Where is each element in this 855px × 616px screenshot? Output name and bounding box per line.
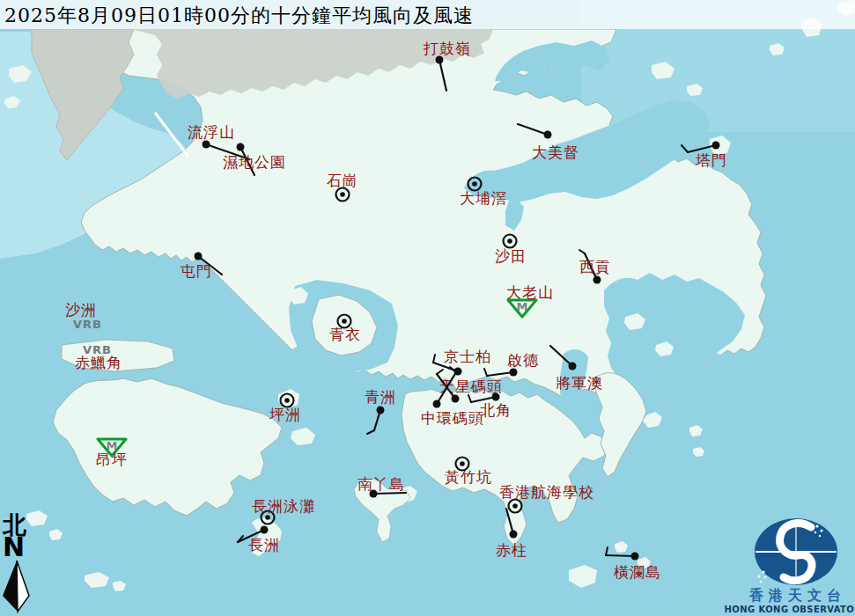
- wind-map-page: 打鼓嶺流浮山濕地公園石崗大埔滘大美督塔門沙田西貢M大老山屯門沙洲VRB赤鱲角VR…: [0, 0, 855, 616]
- station-dot: [195, 253, 203, 260]
- station-dot: [631, 553, 639, 561]
- station-dot: [544, 131, 552, 139]
- station-dot: [510, 369, 518, 377]
- vrb-indicator: VRB: [73, 318, 102, 331]
- station-label: 屯門: [181, 262, 212, 280]
- station-label: 大埔滘: [460, 189, 507, 207]
- station-label: 昂坪: [96, 451, 128, 468]
- station-label: 青衣: [329, 326, 361, 343]
- station-label: 流浮山: [188, 123, 235, 141]
- calm-dot: [342, 319, 347, 324]
- hko-logo-english: HONG KONG OBSERVATORY: [725, 605, 855, 614]
- station-dot: [261, 526, 269, 534]
- compass-north-letter: N: [3, 532, 25, 562]
- calm-dot: [507, 238, 512, 244]
- station-label: 坪洲: [269, 406, 301, 423]
- wind-barb-line: [373, 493, 406, 494]
- map-title: 2025年8月09日01時00分的十分鐘平均風向及風速: [4, 3, 474, 29]
- station-label: 赤鱲角: [75, 354, 122, 371]
- calm-dot: [512, 503, 518, 509]
- station-label: 橫瀾島: [614, 563, 661, 581]
- station-label: 沙洲: [65, 301, 97, 319]
- calm-dot: [265, 515, 270, 520]
- station-dot: [237, 143, 245, 151]
- station-dot: [712, 142, 720, 150]
- calm-dot: [472, 181, 477, 187]
- station-label: 京士柏: [444, 348, 491, 365]
- vrb-indicator: VRB: [83, 343, 112, 356]
- station-label: 長洲: [248, 536, 280, 554]
- station-label: 石崗: [327, 172, 358, 189]
- calm-dot: [284, 398, 290, 403]
- station-dot: [203, 141, 210, 149]
- station-label: 香港航海學校: [499, 483, 594, 501]
- station-label: 天星碼頭: [439, 378, 503, 395]
- station-dot: [377, 407, 385, 414]
- maintenance-m-letter: M: [517, 300, 528, 313]
- station-label: 啟德: [507, 351, 539, 369]
- station-dot: [452, 395, 460, 403]
- station-dot: [569, 363, 577, 370]
- station-label: 赤柱: [496, 541, 527, 559]
- station-label: 濕地公園: [223, 153, 286, 171]
- station-dot: [433, 400, 441, 408]
- station-label: 大美督: [532, 143, 579, 161]
- calm-dot: [460, 461, 465, 466]
- station-label: 北角: [480, 401, 512, 419]
- station-label: 沙田: [495, 247, 527, 265]
- station-m[interactable]: M昂坪: [96, 439, 128, 468]
- calm-dot: [340, 192, 345, 197]
- station-label: 中環碼頭: [421, 409, 484, 427]
- station-label: 西貢: [579, 258, 611, 275]
- wind-barb-line: [606, 555, 635, 556]
- station-dot: [510, 531, 518, 539]
- station-label: 青洲: [365, 388, 396, 406]
- station-label: 長洲泳灘: [252, 497, 315, 515]
- station-label: 大老山: [506, 283, 554, 301]
- station-label: 將軍澳: [556, 374, 603, 392]
- station-label: 南丫島: [357, 475, 405, 493]
- station-label: 塔門: [695, 151, 727, 169]
- hko-logo-chinese: 香港天文台: [748, 587, 846, 604]
- station-label: 黃竹坑: [445, 468, 492, 486]
- map-canvas: 打鼓嶺流浮山濕地公園石崗大埔滘大美督塔門沙田西貢M大老山屯門沙洲VRB赤鱲角VR…: [0, 0, 855, 616]
- title-strip: 2025年8月09日01時00分的十分鐘平均風向及風速: [0, 0, 855, 29]
- station-dot: [593, 276, 601, 284]
- station-dot: [492, 393, 500, 401]
- station-label: 打鼓嶺: [423, 40, 471, 57]
